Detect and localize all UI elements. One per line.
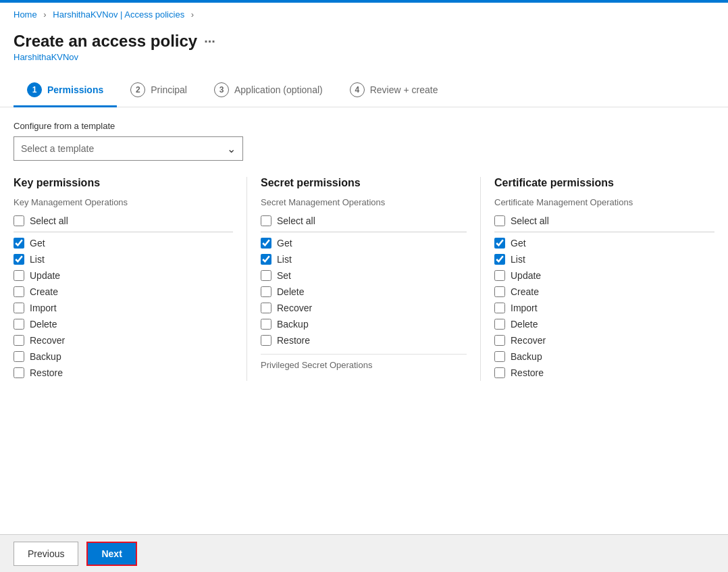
key-delete-checkbox[interactable] bbox=[14, 319, 24, 330]
secret-recover-item: Recover bbox=[261, 300, 467, 316]
key-get-label: Get bbox=[30, 238, 45, 249]
cert-import-item: Import bbox=[494, 300, 714, 316]
key-restore-checkbox[interactable] bbox=[14, 367, 24, 378]
cert-select-all-label: Select all bbox=[511, 215, 549, 226]
secret-select-all-checkbox[interactable] bbox=[261, 215, 271, 226]
template-select-dropdown[interactable]: Select a template ⌄ bbox=[14, 136, 243, 161]
cert-restore-label: Restore bbox=[511, 367, 544, 378]
cert-recover-label: Recover bbox=[511, 335, 546, 346]
key-select-all-checkbox[interactable] bbox=[14, 215, 24, 226]
tab-application[interactable]: 3 Application (optional) bbox=[201, 76, 336, 107]
template-select-placeholder: Select a template bbox=[21, 143, 94, 154]
secret-delete-label: Delete bbox=[277, 286, 304, 297]
secret-set-checkbox[interactable] bbox=[261, 270, 271, 281]
key-create-item: Create bbox=[14, 284, 233, 300]
template-label: Configure from a template bbox=[14, 121, 714, 131]
secret-management-label: Secret Management Operations bbox=[261, 197, 467, 207]
cert-update-item: Update bbox=[494, 267, 714, 284]
key-import-checkbox[interactable] bbox=[14, 303, 24, 313]
key-restore-label: Restore bbox=[30, 367, 63, 378]
cert-restore-checkbox[interactable] bbox=[494, 367, 505, 378]
key-import-label: Import bbox=[30, 303, 57, 313]
tab-permissions-label: Permissions bbox=[47, 84, 103, 95]
cert-import-checkbox[interactable] bbox=[494, 303, 505, 313]
cert-list-checkbox[interactable] bbox=[494, 254, 505, 265]
secret-backup-checkbox[interactable] bbox=[261, 319, 271, 330]
key-create-label: Create bbox=[30, 286, 58, 297]
key-create-checkbox[interactable] bbox=[14, 286, 24, 297]
tab-principal-label: Principal bbox=[151, 84, 187, 95]
secret-select-all-item: Select all bbox=[261, 213, 467, 232]
breadcrumb-vault[interactable]: HarshithaKVNov | Access policies bbox=[53, 9, 184, 20]
breadcrumb: Home › HarshithaKVNov | Access policies … bbox=[0, 3, 728, 26]
secret-permissions-title: Secret permissions bbox=[261, 177, 467, 189]
secret-get-label: Get bbox=[277, 238, 292, 249]
secret-backup-label: Backup bbox=[277, 319, 309, 330]
page-subtitle: HarshithaKVNov bbox=[14, 52, 714, 62]
cert-backup-label: Backup bbox=[511, 351, 542, 362]
cert-import-label: Import bbox=[511, 303, 538, 313]
tab-principal[interactable]: 2 Principal bbox=[117, 76, 201, 107]
cert-create-item: Create bbox=[494, 284, 714, 300]
secret-get-checkbox[interactable] bbox=[261, 238, 271, 249]
secret-delete-checkbox[interactable] bbox=[261, 286, 271, 297]
secret-recover-label: Recover bbox=[277, 303, 312, 313]
main-content: Configure from a template Select a templ… bbox=[0, 107, 728, 435]
cert-management-label: Certificate Management Operations bbox=[494, 197, 714, 207]
page-title: Create an access policy bbox=[14, 32, 197, 51]
more-options-icon[interactable]: ··· bbox=[204, 34, 215, 49]
permissions-grid: Key permissions Key Management Operation… bbox=[14, 177, 714, 381]
wizard-tabs: 1 Permissions 2 Principal 3 Application … bbox=[0, 65, 728, 107]
cert-permissions-title: Certificate permissions bbox=[494, 177, 714, 189]
breadcrumb-home[interactable]: Home bbox=[14, 9, 37, 20]
key-restore-item: Restore bbox=[14, 365, 233, 381]
cert-get-checkbox[interactable] bbox=[494, 238, 505, 249]
secret-set-item: Set bbox=[261, 267, 467, 284]
key-recover-checkbox[interactable] bbox=[14, 335, 24, 346]
key-get-checkbox[interactable] bbox=[14, 238, 24, 249]
tab-review-label: Review + create bbox=[370, 84, 438, 95]
secret-list-item: List bbox=[261, 251, 467, 267]
key-backup-item: Backup bbox=[14, 348, 233, 365]
secret-recover-checkbox[interactable] bbox=[261, 303, 271, 313]
cert-get-label: Get bbox=[511, 238, 526, 249]
secret-restore-label: Restore bbox=[277, 335, 310, 346]
cert-update-label: Update bbox=[511, 270, 541, 281]
cert-select-all-checkbox[interactable] bbox=[494, 215, 505, 226]
key-get-item: Get bbox=[14, 235, 233, 251]
key-list-item: List bbox=[14, 251, 233, 267]
key-permissions-col: Key permissions Key Management Operation… bbox=[14, 177, 247, 381]
secret-set-label: Set bbox=[277, 270, 291, 281]
key-delete-label: Delete bbox=[30, 319, 57, 330]
secret-divider bbox=[261, 354, 467, 355]
cert-recover-checkbox[interactable] bbox=[494, 335, 505, 346]
cert-backup-checkbox[interactable] bbox=[494, 351, 505, 362]
secret-restore-item: Restore bbox=[261, 332, 467, 348]
secret-list-label: List bbox=[277, 254, 292, 265]
secret-list-checkbox[interactable] bbox=[261, 254, 271, 265]
step-circle-3: 3 bbox=[214, 82, 229, 97]
secret-delete-item: Delete bbox=[261, 284, 467, 300]
key-update-item: Update bbox=[14, 267, 233, 284]
step-circle-4: 4 bbox=[350, 82, 365, 97]
cert-create-checkbox[interactable] bbox=[494, 286, 505, 297]
key-list-checkbox[interactable] bbox=[14, 254, 24, 265]
cert-update-checkbox[interactable] bbox=[494, 270, 505, 281]
key-backup-checkbox[interactable] bbox=[14, 351, 24, 362]
secret-permissions-col: Secret permissions Secret Management Ope… bbox=[247, 177, 481, 381]
cert-list-label: List bbox=[511, 254, 525, 265]
key-import-item: Import bbox=[14, 300, 233, 316]
key-backup-label: Backup bbox=[30, 351, 61, 362]
cert-delete-checkbox[interactable] bbox=[494, 319, 505, 330]
secret-restore-checkbox[interactable] bbox=[261, 335, 271, 346]
key-delete-item: Delete bbox=[14, 316, 233, 332]
key-recover-item: Recover bbox=[14, 332, 233, 348]
key-update-checkbox[interactable] bbox=[14, 270, 24, 281]
template-section: Configure from a template Select a templ… bbox=[14, 121, 714, 161]
secret-select-all-label: Select all bbox=[277, 215, 315, 226]
tab-review[interactable]: 4 Review + create bbox=[336, 76, 452, 107]
key-select-all-label: Select all bbox=[30, 215, 68, 226]
cert-recover-item: Recover bbox=[494, 332, 714, 348]
cert-permissions-col: Certificate permissions Certificate Mana… bbox=[481, 177, 714, 381]
tab-permissions[interactable]: 1 Permissions bbox=[14, 76, 117, 107]
